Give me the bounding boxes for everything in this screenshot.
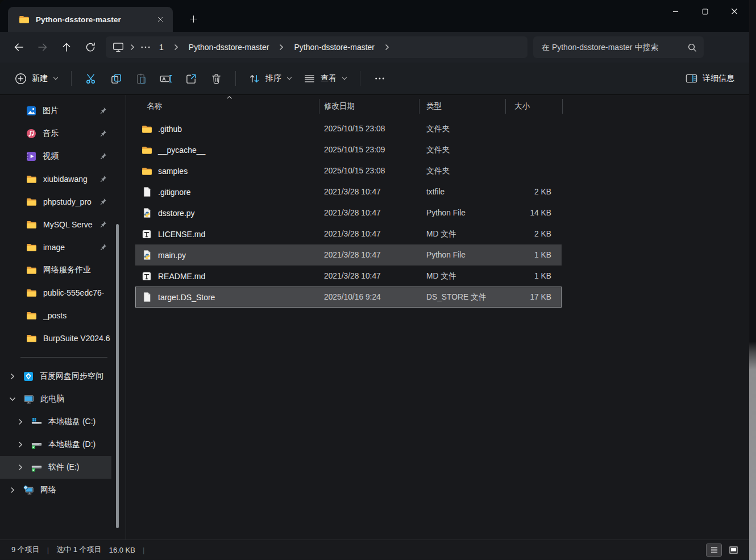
plus-circle-icon bbox=[15, 73, 27, 85]
refresh-button[interactable] bbox=[78, 36, 102, 58]
sidebar-item[interactable]: 网络 bbox=[0, 479, 111, 501]
file-type: Python File bbox=[419, 209, 506, 217]
sidebar-item[interactable]: 此电脑 bbox=[0, 388, 111, 410]
more-options-button[interactable] bbox=[367, 67, 392, 90]
file-row[interactable]: .github2025/10/15 23:08文件夹 bbox=[135, 118, 562, 139]
sidebar-item[interactable]: BurpSuite V2024.6 bbox=[0, 327, 111, 350]
tab-current-folder[interactable]: Python-dsstore-master bbox=[8, 7, 173, 32]
file-type: DS_STORE 文件 bbox=[419, 292, 506, 302]
sidebar-item[interactable]: 音乐 bbox=[0, 122, 111, 145]
sidebar-item-label: BurpSuite V2024.6 bbox=[43, 334, 110, 343]
sidebar-item[interactable]: 视频 bbox=[0, 145, 111, 168]
file-date: 2021/3/28 10:47 bbox=[319, 272, 419, 280]
sidebar-item[interactable]: 本地磁盘 (C:) bbox=[0, 410, 111, 433]
file-type: MD 文件 bbox=[419, 229, 506, 239]
sidebar-item-label: _posts bbox=[43, 311, 67, 320]
breadcrumb-item[interactable]: 1 bbox=[155, 41, 168, 53]
column-header-type[interactable]: 类型 bbox=[419, 99, 506, 114]
chevron-down-icon[interactable] bbox=[8, 396, 17, 403]
chevron-down-icon bbox=[286, 76, 292, 81]
titlebar: Python-dsstore-master bbox=[0, 0, 749, 32]
up-button[interactable] bbox=[55, 36, 78, 58]
file-date: 2021/3/28 10:47 bbox=[319, 188, 419, 196]
view-switcher bbox=[706, 544, 741, 557]
chevron-right-icon[interactable] bbox=[8, 487, 17, 493]
sort-ascending-icon bbox=[226, 96, 232, 99]
file-row[interactable]: __pycache__2025/10/15 23:09文件夹 bbox=[135, 139, 562, 160]
folder-icon bbox=[19, 15, 30, 24]
file-row[interactable]: dsstore.py2021/3/28 10:47Python File14 K… bbox=[135, 202, 562, 223]
copy-button[interactable] bbox=[103, 67, 128, 90]
pin-icon bbox=[99, 198, 107, 206]
sidebar-item[interactable]: 图片 bbox=[0, 99, 111, 122]
cut-button[interactable] bbox=[78, 67, 103, 90]
delete-button[interactable] bbox=[203, 67, 229, 90]
tab-title: Python-dsstore-master bbox=[36, 15, 147, 24]
back-button[interactable] bbox=[7, 36, 31, 58]
breadcrumb-overflow-button[interactable] bbox=[141, 46, 150, 48]
sidebar-item[interactable]: public-555edc76- bbox=[0, 281, 111, 304]
file-name-cell: main.py bbox=[135, 250, 319, 260]
file-row[interactable]: LICENSE.md2021/3/28 10:47MD 文件2 KB bbox=[135, 223, 562, 244]
forward-button[interactable] bbox=[31, 36, 55, 58]
explorer-window: Python-dsstore-master 1Python-dsstore-ma… bbox=[0, 0, 749, 560]
chevron-right-icon[interactable] bbox=[8, 373, 17, 380]
column-header-name[interactable]: 名称 bbox=[135, 99, 319, 114]
new-tab-button[interactable] bbox=[185, 11, 201, 26]
maximize-button[interactable] bbox=[690, 0, 720, 23]
sidebar-item[interactable]: MySQL Server 8.0 bbox=[0, 213, 111, 236]
details-pane-icon bbox=[686, 73, 697, 84]
sidebar-item[interactable]: 软件 (E:) bbox=[0, 456, 111, 479]
breadcrumb-item[interactable]: Python-dsstore-master bbox=[185, 41, 273, 53]
chevron-right-icon[interactable] bbox=[16, 464, 25, 471]
sidebar-item-label: 视频 bbox=[43, 151, 59, 161]
share-button[interactable] bbox=[178, 67, 203, 90]
file-name: dsstore.py bbox=[158, 209, 195, 218]
search-box[interactable] bbox=[533, 36, 704, 58]
file-row[interactable]: target.DS_Store2025/10/16 9:24DS_STORE 文… bbox=[135, 287, 562, 308]
folder-icon bbox=[26, 334, 37, 343]
new-button[interactable]: 新建 bbox=[9, 69, 64, 89]
sidebar-item[interactable]: 百度网盘同步空间 bbox=[0, 365, 111, 388]
folder-icon bbox=[26, 175, 37, 184]
view-button[interactable]: 查看 bbox=[298, 69, 353, 89]
minimize-button[interactable] bbox=[661, 0, 690, 23]
sidebar-item[interactable]: xiubidawang bbox=[0, 168, 111, 190]
view-button-label: 查看 bbox=[321, 73, 337, 84]
details-view-button[interactable] bbox=[706, 544, 722, 557]
file-row[interactable]: README.md2021/3/28 10:47MD 文件1 KB bbox=[135, 266, 562, 287]
breadcrumb[interactable]: 1Python-dsstore-masterPython-dsstore-mas… bbox=[106, 36, 527, 58]
sidebar-scrollbar[interactable] bbox=[116, 224, 119, 528]
search-input[interactable] bbox=[533, 43, 686, 52]
sidebar-item[interactable]: phpstudy_pro bbox=[0, 190, 111, 213]
close-button[interactable] bbox=[720, 0, 749, 23]
sidebar-item[interactable]: _posts bbox=[0, 304, 111, 327]
chevron-right-icon[interactable] bbox=[16, 418, 25, 425]
sidebar-item[interactable]: 网络服务作业 bbox=[0, 259, 111, 281]
chevron-right-icon[interactable] bbox=[16, 441, 25, 448]
pc-icon bbox=[23, 394, 34, 404]
sidebar-item[interactable]: 本地磁盘 (D:) bbox=[0, 433, 111, 456]
folder-icon bbox=[26, 197, 37, 206]
sidebar-item-label: image bbox=[43, 243, 65, 252]
paste-button[interactable] bbox=[128, 67, 153, 90]
column-header-size[interactable]: 大小 bbox=[506, 99, 563, 114]
chevron-down-icon bbox=[53, 76, 59, 81]
tab-close-icon[interactable] bbox=[153, 13, 167, 26]
file-type: 文件夹 bbox=[419, 124, 506, 134]
rename-button[interactable] bbox=[153, 67, 178, 90]
chevron-right-icon bbox=[384, 44, 391, 51]
folder-icon bbox=[26, 288, 37, 297]
sidebar-item[interactable]: image bbox=[0, 236, 111, 259]
chevron-right-icon bbox=[278, 44, 285, 51]
column-header-date[interactable]: 修改日期 bbox=[319, 99, 419, 114]
md-icon bbox=[141, 229, 152, 239]
details-pane-button[interactable]: 详细信息 bbox=[680, 69, 740, 88]
file-row[interactable]: .gitignore2021/3/28 10:47txtfile2 KB bbox=[135, 181, 562, 202]
sort-button[interactable]: 排序 bbox=[243, 69, 298, 89]
file-row[interactable]: samples2025/10/15 23:08文件夹 bbox=[135, 160, 562, 181]
large-icons-view-button[interactable] bbox=[725, 544, 741, 557]
file-date: 2021/3/28 10:47 bbox=[319, 230, 419, 238]
file-row[interactable]: main.py2021/3/28 10:47Python File1 KB bbox=[135, 244, 562, 266]
breadcrumb-item[interactable]: Python-dsstore-master bbox=[290, 41, 379, 53]
